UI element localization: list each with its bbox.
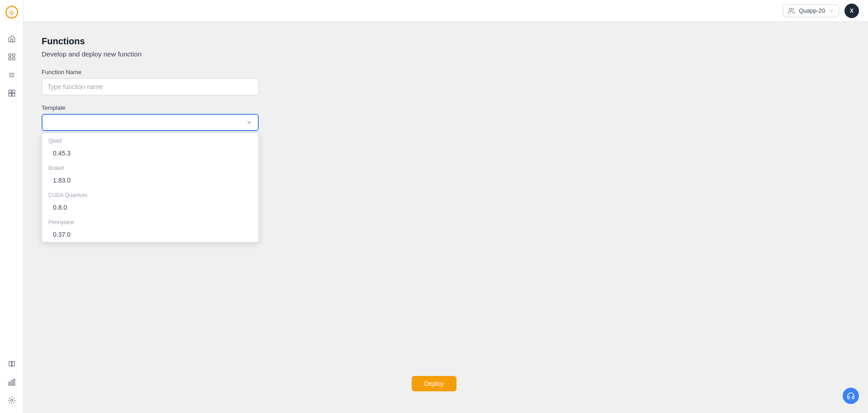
svg-rect-14 bbox=[11, 380, 12, 385]
chevron-down-icon bbox=[246, 119, 252, 126]
list-icon[interactable] bbox=[5, 68, 19, 82]
svg-rect-10 bbox=[12, 90, 14, 93]
sidebar-bottom bbox=[5, 357, 19, 408]
function-name-label: Function Name bbox=[42, 69, 850, 75]
user-avatar[interactable]: X bbox=[844, 4, 859, 18]
home-icon[interactable] bbox=[5, 32, 19, 46]
grid-icon[interactable] bbox=[5, 86, 19, 100]
svg-point-16 bbox=[10, 399, 13, 402]
integrations-icon[interactable] bbox=[5, 393, 19, 408]
template-select[interactable] bbox=[42, 114, 259, 131]
sidebar: Q bbox=[0, 0, 24, 413]
dropdown-item-braket-1830[interactable]: 1.83.0 bbox=[42, 173, 258, 188]
svg-rect-2 bbox=[9, 54, 11, 56]
group-label-braket: Braket bbox=[42, 160, 258, 173]
svg-rect-12 bbox=[12, 94, 14, 96]
chart-icon[interactable] bbox=[5, 375, 19, 390]
dashboard-icon[interactable] bbox=[5, 50, 19, 64]
dropdown-item-pennylane-0370[interactable]: 0.37.0 bbox=[42, 227, 258, 242]
group-label-qiskit: Qiskit bbox=[42, 133, 258, 146]
svg-point-17 bbox=[790, 8, 792, 10]
svg-text:Q: Q bbox=[9, 10, 14, 15]
logo[interactable]: Q bbox=[5, 5, 19, 21]
group-label-pennylane: Pennylane bbox=[42, 215, 258, 227]
svg-rect-11 bbox=[9, 94, 11, 96]
svg-rect-9 bbox=[9, 90, 11, 93]
template-dropdown: Qiskit 0.45.3 Braket 1.83.0 CUDA Quantum… bbox=[42, 133, 259, 242]
page-subtitle: Develop and deploy new function bbox=[42, 50, 850, 58]
dropdown-item-cuda-080[interactable]: 0.8.0 bbox=[42, 200, 258, 215]
workspace-label: Quapp-20 bbox=[799, 7, 825, 14]
headset-icon bbox=[847, 392, 855, 400]
svg-rect-13 bbox=[9, 382, 10, 385]
workspace-selector[interactable]: Quapp-20 bbox=[783, 5, 839, 17]
template-wrapper: Qiskit 0.45.3 Braket 1.83.0 CUDA Quantum… bbox=[42, 114, 259, 131]
svg-rect-5 bbox=[12, 58, 14, 60]
book-icon[interactable] bbox=[5, 357, 19, 371]
template-group: Template Qiskit 0.45.3 Braket 1.83.0 CUD… bbox=[42, 104, 850, 131]
main-content: Functions Develop and deploy new functio… bbox=[24, 22, 868, 413]
svg-rect-15 bbox=[13, 379, 14, 385]
group-label-cuda: CUDA Quantum bbox=[42, 188, 258, 200]
template-label: Template bbox=[42, 104, 850, 111]
function-name-input[interactable] bbox=[42, 78, 259, 95]
svg-rect-3 bbox=[12, 54, 14, 56]
deploy-button[interactable]: Deploy bbox=[412, 376, 457, 391]
sidebar-top: Q bbox=[5, 5, 19, 100]
svg-rect-4 bbox=[9, 58, 11, 60]
header: Quapp-20 X bbox=[24, 0, 868, 22]
dropdown-item-qiskit-0453[interactable]: 0.45.3 bbox=[42, 146, 258, 160]
page-title: Functions bbox=[42, 36, 850, 47]
support-button[interactable] bbox=[843, 388, 859, 404]
function-name-group: Function Name bbox=[42, 69, 850, 95]
